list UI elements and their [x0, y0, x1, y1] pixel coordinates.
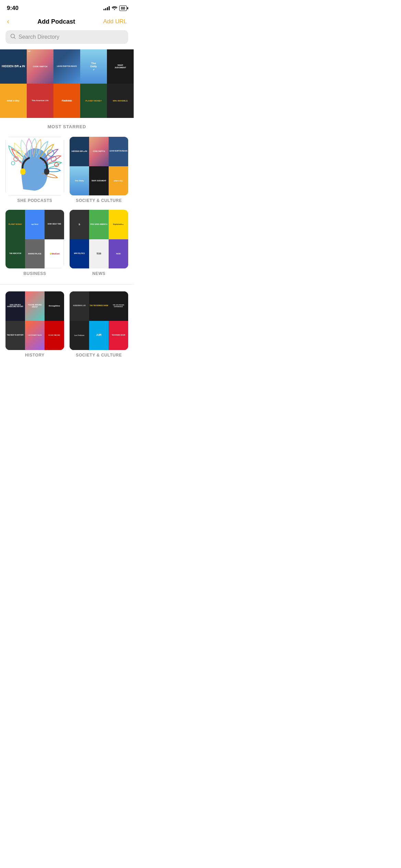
society-culture-label: SOCIETY & CULTURE [70, 198, 128, 204]
featured-planet-money[interactable]: PLANET MONEY [80, 84, 107, 118]
society-culture-thumb: HIDDEN BR▲IN CODE SWITCH LEVAR BURTON RE… [70, 137, 128, 195]
category-she-podcasts[interactable]: SHE PODCASTS [5, 137, 64, 204]
business-label: BUSINESS [5, 271, 64, 277]
history-label: HISTORY [5, 353, 64, 359]
she-podcasts-label: SHE PODCASTS [5, 198, 64, 204]
featured-hidden-brain[interactable]: HIDDEN BR▲IN [0, 49, 27, 84]
featured-the-daily[interactable]: The Daily 🗞 [80, 49, 107, 84]
business-thumb: PLANET MONEY up first HOW I BUILT THIS T… [5, 210, 64, 268]
search-container: Search Directory [0, 30, 134, 49]
featured-grid: HIDDEN BR▲IN npr CODE SWITCH LEVAR BURTO… [0, 49, 134, 118]
back-button[interactable]: ‹ [7, 17, 9, 26]
featured-radiolab[interactable]: Radiolab [53, 84, 80, 118]
svg-rect-9 [44, 168, 49, 175]
category-news[interactable]: S POD SAVE AMERICA ExplainedVox NPR POLI… [70, 210, 128, 277]
news-label: NEWS [70, 271, 128, 277]
search-icon [10, 34, 16, 40]
wifi-icon [112, 6, 117, 11]
society2-thumb: HUBERMAN LAB THE TIM FERRISS SHOW THE JO… [70, 291, 128, 350]
bottom-categories: DAN CARLIN'S HARDCORE HISTORY YOU'RE WRO… [0, 291, 134, 366]
signal-icon [104, 6, 110, 10]
featured-snap-judgment[interactable]: SNAP JUDGMENT [107, 49, 134, 84]
add-url-button[interactable]: Add URL [103, 18, 127, 25]
most-starred-label: MOST STARRED [0, 118, 134, 137]
status-bar: 9:40 88 [0, 0, 134, 14]
category-history[interactable]: DAN CARLIN'S HARDCORE HISTORY YOU'RE WRO… [5, 291, 64, 359]
search-input[interactable]: Search Directory [19, 34, 59, 40]
status-icons: 88 [104, 5, 127, 11]
battery-icon: 88 [119, 5, 127, 11]
featured-levar-burton[interactable]: LEVAR BURTON READS [53, 49, 80, 84]
news-thumb: S POD SAVE AMERICA ExplainedVox NPR POLI… [70, 210, 128, 268]
featured-code-switch[interactable]: npr CODE SWITCH [27, 49, 53, 84]
nav-bar: ‹ Add Podcast Add URL [0, 14, 134, 30]
she-podcasts-thumb [5, 137, 64, 195]
category-business[interactable]: PLANET MONEY up first HOW I BUILT THIS T… [5, 210, 64, 277]
society2-label: SOCIETY & CULTURE [70, 353, 128, 359]
svg-rect-8 [20, 168, 25, 175]
featured-this-american-life[interactable]: This American Life [27, 84, 53, 118]
history-thumb: DAN CARLIN'S HARDCORE HISTORY YOU'RE WRO… [5, 291, 64, 350]
categories-grid: SHE PODCASTS HIDDEN BR▲IN CODE SWITCH LE… [0, 137, 134, 277]
search-bar[interactable]: Search Directory [5, 30, 128, 44]
category-society2[interactable]: HUBERMAN LAB THE TIM FERRISS SHOW THE JO… [70, 291, 128, 359]
page-title: Add Podcast [37, 18, 75, 25]
featured-99-invisible[interactable]: 99% INVISIBLE [107, 84, 134, 118]
featured-what-a-day[interactable]: what a day. [0, 84, 27, 118]
category-society-culture[interactable]: HIDDEN BR▲IN CODE SWITCH LEVAR BURTON RE… [70, 137, 128, 204]
status-time: 9:40 [7, 5, 19, 12]
